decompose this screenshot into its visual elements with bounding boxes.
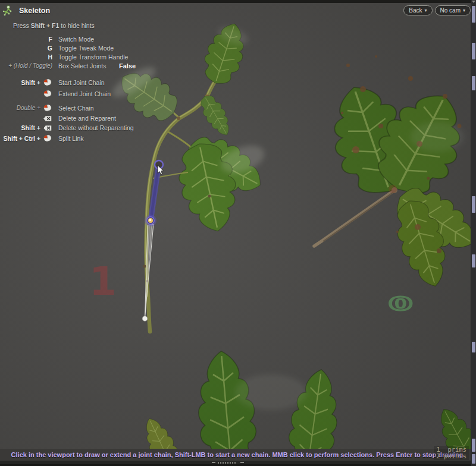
overview-ruler-scrollbar[interactable] [471,0,476,466]
tool-title: Skeleton [19,7,50,15]
chevron-down-icon: ▾ [463,8,465,13]
hint-row-box-select: + (Hold / Toggle) Box Select Joints Fals… [0,61,134,70]
mouse-left-button-icon [43,78,52,86]
joint-middle-selected[interactable] [145,215,156,226]
mouse-left-button-icon [43,104,52,112]
hint-row-delete-reparent: Delete and Reparent [0,114,134,123]
hints-overlay: Press Shift + F1 to hide hints F Switch … [0,22,134,144]
hints-intro-hotkey: Shift + F1 [31,22,60,29]
joint-end[interactable] [142,316,148,322]
hint-row-transform-handle: H Toggle Transform Handle [0,52,134,61]
scrollbar-thumb[interactable] [218,462,236,464]
scroll-right-arrow[interactable] [240,462,244,463]
mouse-left-button-icon [43,90,52,97]
hint-row-extend-chain: Extend Joint Chain [0,88,134,99]
geometry-stats: 1 prims2 points [434,446,469,460]
right-branch-group [314,55,476,292]
status-bar: Click in the viewport to draw or extend … [0,449,476,461]
ruler-top-arrow-icon [472,1,475,3]
tool-header: Skeleton [1,4,50,17]
scroll-left-arrow[interactable] [212,462,215,463]
chevron-down-icon: ▾ [425,8,427,13]
hint-row-split-link: Shift + Ctrl + Split Link [0,133,134,144]
box-select-value: False [119,62,136,70]
hint-row-start-chain: Shift + Start Joint Chain [0,77,134,88]
hints-intro: Press Shift + F1 to hide hints [13,22,134,29]
delete-key-icon [43,125,52,131]
camera-select-button[interactable]: No cam ▾ [435,5,471,15]
skeleton-tool-window: 1 0 [0,0,476,466]
points-count: 2 points [436,452,466,459]
prim-number-annotation: 1 [89,259,117,304]
hint-row-tweak-mode: G Toggle Tweak Mode [0,43,134,52]
back-button[interactable]: Back ▾ [403,5,432,15]
mouse-left-button-icon [43,134,52,142]
skeleton-tool-icon [1,4,14,17]
top-edge-strip [0,0,476,3]
status-message: Click in the viewport to draw or extend … [11,451,465,458]
delete-key-icon [43,115,52,122]
hint-row-select-chain: Double + Select Chain [0,102,134,114]
hint-row-switch-mode: F Switch Mode [0,34,134,43]
point-number-annotation: 0 [389,293,412,315]
viewport-top-buttons: Back ▾ No cam ▾ [403,5,471,15]
hint-row-delete-no-reparent: Shift + Delete without Reparenting [0,123,134,133]
